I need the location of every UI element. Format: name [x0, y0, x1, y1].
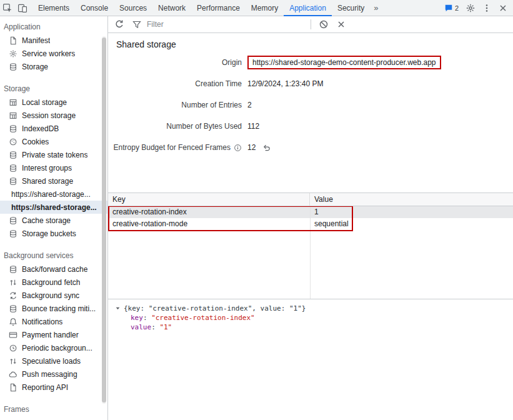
sidebar-item-storage[interactable]: Storage [0, 60, 107, 73]
sidebar-scrollbar[interactable] [102, 36, 106, 404]
property-value: "1" [159, 323, 172, 331]
field-value-text: 2 [247, 101, 252, 109]
table-row[interactable]: creative-rotation-modesequential [108, 218, 513, 230]
sidebar-item-https-shared-storage[interactable]: https://shared-storage... [0, 201, 107, 214]
delete-icon[interactable] [334, 17, 349, 32]
field-label-text: Origin [222, 58, 242, 67]
sidebar-item-label: Cookies [22, 138, 49, 146]
sidebar-item-cache-storage[interactable]: Cache storage [0, 214, 107, 227]
sidebar-item-label: Interest groups [22, 164, 72, 172]
cell-value: 1 [310, 206, 323, 218]
tab-console[interactable]: Console [75, 0, 114, 16]
sidebar-item-reporting-api[interactable]: Reporting API [0, 381, 107, 394]
frame-icon [8, 418, 18, 420]
tab-application[interactable]: Application [284, 0, 332, 16]
sidebar-item-notifications[interactable]: Notifications [0, 315, 107, 328]
page-title: Shared storage [116, 39, 513, 50]
tabbar-controls: 2 [441, 1, 513, 16]
field-label: Number of Bytes Used [108, 122, 242, 131]
sidebar-item-background-sync[interactable]: Background sync [0, 289, 107, 302]
section-header-frames: Frames [0, 402, 107, 416]
expand-triangle-icon[interactable] [115, 306, 121, 311]
sidebar-item-label: IndexedDB [22, 124, 59, 133]
object-preview: {key: "creative-rotation-index", value: … [108, 304, 513, 313]
sidebar-item-storage-buckets[interactable]: Storage buckets [0, 227, 107, 240]
inspect-icon[interactable] [0, 1, 15, 16]
sidebar-item-push-messaging[interactable]: Push messaging [0, 368, 107, 381]
shared-storage-panel: Shared storage Originhttps://shared-stor… [108, 16, 513, 420]
sidebar-item-interest-groups[interactable]: Interest groups [0, 161, 107, 174]
field-number-of-entries: Number of Entries2 [108, 94, 513, 116]
cell-value: sequential [310, 218, 353, 230]
field-number-of-bytes-used: Number of Bytes Used112 [108, 116, 513, 137]
tab-sources[interactable]: Sources [114, 0, 152, 16]
application-sidebar: ApplicationManifestService workersStorag… [0, 16, 108, 420]
sidebar-item-cookies[interactable]: Cookies [0, 135, 107, 148]
sidebar-item-label: https://shared-storage... [11, 190, 91, 199]
tab-elements[interactable]: Elements [32, 0, 75, 16]
devtools-body: ApplicationManifestService workersStorag… [0, 16, 513, 420]
sidebar-item-session-storage[interactable]: Session storage [0, 109, 107, 122]
more-tabs-icon[interactable]: » [370, 3, 382, 12]
sidebar-item-top[interactable]: top [0, 416, 107, 420]
field-label-text: Creation Time [195, 79, 242, 88]
field-value-text: https://shared-storage-demo-content-prod… [247, 56, 441, 69]
database-icon [8, 150, 18, 160]
sidebar-item-label: Storage buckets [22, 229, 76, 238]
devtools-tabbar: ElementsConsoleSourcesNetworkPerformance… [0, 0, 513, 16]
device-toolbar-icon[interactable] [15, 1, 30, 16]
column-header-value[interactable]: Value [310, 193, 337, 206]
settings-gear-icon[interactable] [463, 1, 478, 16]
sidebar-item-label: Payment handler [22, 331, 79, 339]
database-icon [8, 304, 18, 314]
sidebar-item-manifest[interactable]: Manifest [0, 34, 107, 47]
cookie-icon [8, 137, 18, 147]
column-header-key[interactable]: Key [108, 193, 310, 206]
field-creation-time: Creation Time12/9/2024, 1:23:40 PM [108, 73, 513, 94]
table-header: KeyValue [108, 193, 513, 206]
panel-content: Shared storage Originhttps://shared-stor… [108, 33, 513, 420]
database-icon [8, 264, 18, 274]
clock-icon [8, 343, 18, 353]
kebab-menu-icon[interactable] [479, 1, 494, 16]
table-row[interactable]: creative-rotation-index1 [108, 206, 513, 218]
block-icon[interactable] [316, 17, 331, 32]
property-colon: : [143, 314, 151, 322]
tab-security[interactable]: Security [332, 0, 370, 16]
object-summary: {key: "creative-rotation-index", value: … [124, 304, 306, 313]
field-value: 2 [247, 101, 252, 109]
bell-icon [8, 317, 18, 327]
console-messages-badge[interactable]: 2 [441, 4, 462, 12]
field-value-text: 12/9/2024, 1:23:40 PM [247, 79, 323, 88]
sidebar-item-periodic-backgroun[interactable]: Periodic backgroun... [0, 341, 107, 354]
sidebar-item-label: Storage [22, 62, 48, 71]
storage-metadata: Originhttps://shared-storage-demo-conten… [108, 52, 513, 158]
sidebar-item-background-fetch[interactable]: Background fetch [0, 276, 107, 289]
preview-property: key: "creative-rotation-index" [108, 313, 513, 322]
filter-input[interactable] [147, 20, 303, 29]
updown-icon [8, 278, 18, 288]
tab-memory[interactable]: Memory [246, 0, 284, 16]
sidebar-item-bounce-tracking-miti[interactable]: Bounce tracking miti... [0, 302, 107, 315]
sync-icon [8, 291, 18, 301]
sidebar-item-shared-storage[interactable]: Shared storage [0, 174, 107, 188]
tab-performance[interactable]: Performance [191, 0, 246, 16]
sidebar-item-speculative-loads[interactable]: Speculative loads [0, 354, 107, 368]
sidebar-item-private-state-tokens[interactable]: Private state tokens [0, 148, 107, 161]
close-devtools-icon[interactable] [496, 1, 511, 16]
sidebar-item-https-shared-storage[interactable]: https://shared-storage... [0, 188, 107, 201]
column-divider[interactable] [310, 206, 311, 299]
sidebar-item-service-workers[interactable]: Service workers [0, 47, 107, 60]
sidebar-item-label: Reporting API [22, 383, 68, 392]
sidebar-item-label: Periodic backgroun... [22, 344, 92, 352]
field-label-text: Number of Bytes Used [166, 122, 242, 131]
field-label: Entropy Budget for Fenced Frames [108, 143, 242, 152]
reset-budget-button[interactable] [262, 143, 271, 152]
scrollbar-thumb[interactable] [102, 38, 106, 402]
sidebar-item-back-forward-cache[interactable]: Back/forward cache [0, 262, 107, 276]
tab-network[interactable]: Network [152, 0, 191, 16]
sidebar-item-indexeddb[interactable]: IndexedDB [0, 122, 107, 135]
refresh-icon[interactable] [112, 17, 127, 32]
sidebar-item-payment-handler[interactable]: Payment handler [0, 328, 107, 341]
sidebar-item-local-storage[interactable]: Local storage [0, 96, 107, 109]
